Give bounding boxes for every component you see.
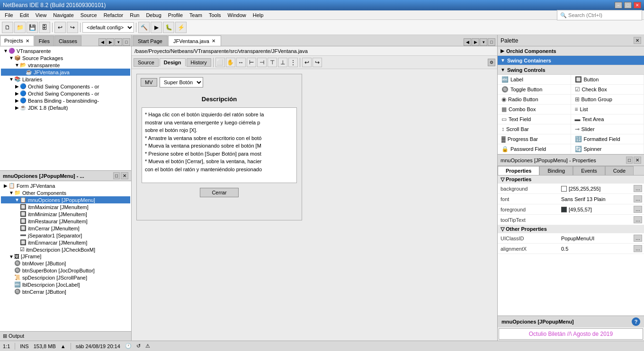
align-top[interactable]: ⊥ bbox=[278, 58, 287, 67]
palette-text-field[interactable]: ▭ Text Field bbox=[498, 114, 571, 124]
editor-menu[interactable]: ▾ bbox=[480, 38, 487, 46]
tree-item-beans[interactable]: ▶ 🔵 Beans Binding - beansbinding- bbox=[1, 97, 130, 104]
output-tab[interactable]: ⊞ Output bbox=[3, 333, 24, 339]
nav-itmrestaurar[interactable]: 🔲 itmRestaurar [JMenultem] bbox=[1, 218, 130, 225]
design-toolbar-btn[interactable]: ⚙ bbox=[488, 59, 495, 66]
open-project-button[interactable]: 📁 bbox=[14, 22, 26, 33]
descripcion-text[interactable]: * Haga clic con el botón izquierdo del r… bbox=[142, 107, 297, 183]
menu-run[interactable]: Run bbox=[127, 12, 142, 18]
menu-file[interactable]: File bbox=[2, 12, 16, 18]
palette-formatted-field[interactable]: 🔢 Formatted Field bbox=[571, 134, 644, 144]
tree-item-vtransparente-pkg[interactable]: ▼ 📂 vtransparente bbox=[1, 61, 130, 69]
tree-toggle-orchid1[interactable]: ▶ bbox=[14, 84, 20, 89]
palette-text-area[interactable]: ▬ Text Area bbox=[571, 114, 644, 124]
navigator-maximize[interactable]: □ bbox=[113, 172, 120, 179]
nav-lbldescripcion[interactable]: 🔤 lblDescripcion [JocLabel] bbox=[1, 281, 130, 288]
editor-prev[interactable]: ◀ bbox=[464, 38, 471, 46]
nav-itmdescripcion[interactable]: ☑ itmDescripcion [JCheckBoxM] bbox=[1, 246, 130, 253]
navigator-close[interactable]: ✕ bbox=[121, 172, 128, 179]
nav-spdescripcion[interactable]: 📜 spDescripcion [JScrollPane] bbox=[1, 274, 130, 281]
palette-spinner[interactable]: 🔄 Spinner bbox=[571, 144, 644, 154]
props-tab-code[interactable]: Code bbox=[605, 166, 634, 175]
new-project-button[interactable]: 🗋 bbox=[2, 22, 13, 33]
props-tab-events[interactable]: Events bbox=[573, 166, 605, 175]
menu-edit[interactable]: Edit bbox=[17, 12, 32, 18]
props-maximize[interactable]: □ bbox=[626, 157, 633, 164]
palette-section-swing-containers[interactable]: ▼ Swing Containers bbox=[498, 56, 644, 65]
left-panel-prev[interactable]: ◀ bbox=[98, 38, 106, 46]
tab-history[interactable]: History bbox=[187, 58, 211, 67]
tab-design[interactable]: Design bbox=[160, 58, 186, 66]
tree-toggle-vtransparente[interactable]: ▼ bbox=[3, 48, 9, 53]
palette-section-orchid[interactable]: ▶ Orchid Components bbox=[498, 46, 644, 56]
move-tool[interactable]: ✋ bbox=[226, 58, 235, 67]
tooltiptext-edit[interactable]: … bbox=[634, 216, 642, 223]
jfventana-close[interactable]: ✕ bbox=[211, 38, 216, 44]
alignmentx-edit[interactable]: … bbox=[634, 245, 642, 252]
menu-view[interactable]: View bbox=[33, 12, 50, 18]
tab-jfventana[interactable]: JFVentana.java ✕ bbox=[168, 35, 221, 46]
palette-close[interactable]: ✕ bbox=[634, 37, 641, 44]
clean-build-button[interactable]: 🔨 bbox=[138, 22, 150, 33]
palette-toggle-button[interactable]: 🔘 Toggle Button bbox=[498, 85, 571, 95]
menu-help[interactable]: Help bbox=[250, 12, 267, 18]
cerrar-button[interactable]: Cerrar bbox=[200, 188, 238, 197]
nav-jseparator1[interactable]: ➖ jSeparator1 [Separator] bbox=[1, 232, 130, 239]
menu-tools[interactable]: Tools bbox=[206, 12, 224, 18]
nav-itmEnmarcar[interactable]: 🔲 itmEnmarcar [JMenultem] bbox=[1, 239, 130, 246]
nav-btnsuperboton[interactable]: 🔘 btnSuperBoton [JocDropButtor] bbox=[1, 267, 130, 274]
props-section-properties[interactable]: ▽ Properties bbox=[498, 176, 644, 184]
tab-projects-close[interactable]: ✕ bbox=[25, 38, 30, 44]
left-panel-maximize[interactable]: □ bbox=[123, 38, 130, 46]
palette-list[interactable]: ≡ List bbox=[571, 105, 644, 114]
undo-layout[interactable]: ↩ bbox=[302, 58, 312, 67]
props-close[interactable]: ✕ bbox=[634, 157, 641, 164]
background-edit[interactable]: … bbox=[634, 185, 642, 192]
palette-radio-button[interactable]: ◉ Radio Button bbox=[498, 95, 571, 105]
undo-button[interactable]: ↩ bbox=[54, 22, 66, 33]
menu-window[interactable]: Window bbox=[225, 12, 249, 18]
editor-next[interactable]: ▶ bbox=[472, 38, 479, 46]
props-tab-properties[interactable]: Properties bbox=[498, 166, 539, 175]
tree-item-libraries[interactable]: ▼ 📚 Libraries bbox=[1, 76, 130, 83]
editor-maximize[interactable]: □ bbox=[488, 38, 495, 46]
nav-itmminimizar[interactable]: 🔲 itmMinimizar [JMenultem] bbox=[1, 211, 130, 218]
tree-item-orchid2[interactable]: ▶ 🔵 Orchid Swing Components - or bbox=[1, 90, 130, 97]
palette-progress-bar[interactable]: ▓ Progress Bar bbox=[498, 134, 571, 144]
menu-team[interactable]: Team bbox=[187, 12, 205, 18]
resize-tool[interactable]: ↔ bbox=[236, 58, 246, 67]
foreground-color-swatch[interactable] bbox=[561, 207, 567, 212]
palette-button-group[interactable]: ⊞ Button Group bbox=[571, 95, 644, 105]
nav-itmcerrar[interactable]: 🔲 itmCerrar [JMenultem] bbox=[1, 225, 130, 232]
navigator-tree[interactable]: ▶ 📋 Form JFVentana ▼ 📁 Other Components … bbox=[0, 181, 131, 331]
palette-password-field[interactable]: 🔒 Password Field bbox=[498, 144, 571, 154]
menu-debug[interactable]: Debug bbox=[143, 12, 164, 18]
tree-item-jfventana[interactable]: ☕ JFVentana.java bbox=[1, 69, 130, 76]
left-panel-menu[interactable]: ▾ bbox=[115, 38, 122, 46]
palette-check-box[interactable]: ☑ Check Box bbox=[571, 85, 644, 95]
palette-scroll-bar[interactable]: ↕ Scroll Bar bbox=[498, 124, 571, 134]
tab-source[interactable]: Source bbox=[134, 58, 159, 67]
tree-toggle-jdk[interactable]: ▶ bbox=[14, 105, 20, 110]
profile-project-button[interactable]: ⚡ bbox=[175, 22, 187, 33]
orchid-link-text[interactable]: Octulio Biletán //\ Agosto de 2019 bbox=[529, 331, 613, 337]
palette-combo-box[interactable]: ▦ Combo Box bbox=[498, 105, 571, 114]
left-panel-next[interactable]: ▶ bbox=[107, 38, 114, 46]
palette-label[interactable]: 🔤 Label bbox=[498, 75, 571, 85]
save-all-button[interactable]: 🗄 bbox=[39, 22, 50, 33]
tab-start-page[interactable]: Start Page bbox=[133, 35, 168, 46]
debug-project-button[interactable]: 🐛 bbox=[163, 22, 174, 33]
select-tool[interactable]: ⬜ bbox=[215, 58, 225, 67]
tab-projects[interactable]: Projects ✕ bbox=[0, 35, 34, 46]
minimize-button[interactable]: − bbox=[615, 2, 622, 9]
nav-other-components[interactable]: ▼ 📁 Other Components bbox=[1, 189, 130, 196]
menu-navigate[interactable]: Navigate bbox=[50, 12, 76, 18]
tree-item-orchid1[interactable]: ▶ 🔵 Orchid Swing Components - or bbox=[1, 83, 130, 90]
nav-mnuopciones[interactable]: ▼ 📋 mnuOpciones [JPopupMenu] bbox=[1, 196, 130, 203]
config-dropdown[interactable]: <default config> bbox=[82, 22, 134, 33]
tree-toggle-beans[interactable]: ▶ bbox=[14, 98, 20, 103]
nav-form[interactable]: ▶ 📋 Form JFVentana bbox=[1, 182, 130, 189]
palette-section-swing-controls[interactable]: ▼ Swing Controls bbox=[498, 65, 644, 75]
save-button[interactable]: 💾 bbox=[27, 22, 38, 33]
align-center[interactable]: ⊣ bbox=[257, 58, 267, 67]
